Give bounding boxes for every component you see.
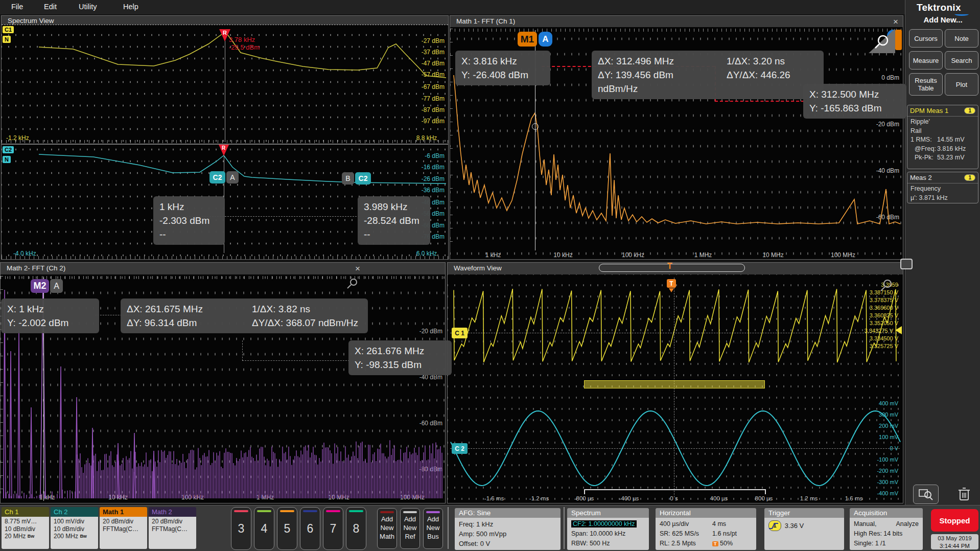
cursor-a-readout[interactable]: 1 kHz -2.303 dBm -- [153,196,225,245]
math2-label: Math 2 [149,507,196,517]
cursor-b-readout[interactable]: 3.989 kHz -28.524 dBm -- [358,196,430,245]
math1-settings-badge[interactable]: Math 1 20 dBm/divFFTMag(C… [100,507,147,549]
menu-help[interactable]: Help [123,3,138,11]
math1-cursor-a-handle[interactable]: A [539,32,552,47]
math1-delta-readout[interactable]: ΔX: 312.496 MHz1/ΔX: 3.20 ns ΔY: 139.456… [592,51,824,99]
ch1-label: Ch 1 [2,507,49,517]
add-new-ref-button[interactable]: AddNewRef [400,508,420,549]
dpm-row: Ripple' [911,118,975,127]
add-new-math-button[interactable]: AddNewMath [377,508,397,549]
math2-source-badge[interactable]: M2 [31,279,49,293]
cursor-b-badge[interactable]: B [342,172,354,185]
zoom-box-icon [918,488,934,501]
zoom-mode-button[interactable] [913,485,939,504]
math2-cursor-a-readout[interactable]: X: 1 kHz Y: -2.002 dBm [1,299,99,333]
ch1-level-arrow[interactable] [895,326,902,334]
stopped-button[interactable]: Stopped [931,509,978,532]
math1-badge-stack[interactable] [895,30,902,50]
afg-title: AFG: Sine [455,508,561,518]
acquisition-badge[interactable]: Acquisition Manual,Analyze High Res: 14 … [850,508,923,550]
math1-red-cursor-dash [715,101,804,102]
readout-dy: ΔY: 96.314 dBm [127,316,252,330]
bandwidth-icon: Bw [28,534,35,539]
dpm-row: Rail [911,127,975,136]
dpm-meas1-panel[interactable]: DPM Meas 1 1 Ripple' Rail 1 RMS:14.55 mV… [907,105,978,169]
ch2-label: Ch 2 [51,507,98,517]
cursor-a-channel-badge[interactable]: C2 [209,171,225,183]
spectrum-time-gate-bracket [584,489,766,494]
math1-cursor-a-readout[interactable]: X: 3.816 kHz Y: -26.408 dBm [455,51,550,85]
readout-invdx: 1/ΔX: 3.82 ns [252,304,310,314]
axis-label: -36 dBm [405,187,445,194]
readout-x: X: 312.500 MHz [809,87,900,101]
readout-slope: ΔY/ΔX: 368.07 ndBm/Hz [252,317,358,328]
readout-invdx: 1/ΔX: 3.20 ns [727,56,785,66]
dpm-meas1-title: DPM Meas 1 [910,107,948,114]
math2-settings-badge[interactable]: Math 2 20 dBm/divFFTMag(C… [149,507,196,549]
readout-y: Y: -2.002 dBm [7,316,93,330]
cursor-a-badge[interactable]: A [226,171,239,183]
afg-badge[interactable]: AFG: Sine Freq: 1 kHzAmp: 500 mVppOffset… [455,508,561,550]
reference-marker-label: R [222,145,225,151]
trigger-position-badge[interactable]: T [667,279,676,288]
bar-divider [564,507,565,549]
rising-edge-icon [768,522,779,530]
math2-delta-readout[interactable]: ΔX: 261.675 MHz1/ΔX: 3.82 ns ΔY: 96.314 … [121,299,368,333]
waveform-c1-badge[interactable]: C 1 [452,328,468,338]
channel-8-button[interactable]: 8 [346,507,366,550]
channel-5-button[interactable]: 5 [277,507,297,550]
math2-cursor-dash [242,340,243,361]
cursor-b-freq: 3.989 kHz [364,200,424,214]
meas2-panel[interactable]: Meas 2 1 Frequency µ': 3.871 kHz [907,172,978,203]
readout-dx: ΔX: 261.675 MHz [127,302,252,316]
channel-3-button[interactable]: 3 [231,507,251,550]
cursor-b-channel-badge[interactable]: C2 [355,172,371,185]
ch1-settings-badge[interactable]: Ch 1 8.775 mV…10 dBm/div20 MHz Bw [2,507,49,549]
spectrum-time-gate-band[interactable] [584,380,765,388]
math1-label: Math 1 [100,507,147,517]
cursor-b-ampl: -28.524 dBm [364,214,424,227]
axis-label: -16 dBm [405,164,445,171]
menu-utility[interactable]: Utility [79,3,97,11]
spectrum-badge[interactable]: Spectrum CF2: 1.00000000 kHz Span: 10.00… [567,508,649,550]
plot-button[interactable]: Plot [945,73,978,96]
time: 3:14:44 PM [931,542,978,550]
waveform-c2-badge[interactable]: C 2 [452,443,468,454]
trash-button[interactable] [953,485,975,503]
cf2-highlight[interactable]: CF2: 1.00000000 kHz [571,520,637,527]
splitter-handle[interactable] [900,259,913,269]
note-button[interactable]: Note [945,29,978,48]
marker-ampl-readout: -25.5 dBm [229,43,260,51]
channel-4-button[interactable]: 4 [254,507,274,550]
math2-cursor-b-readout[interactable]: X: 261.676 MHz Y: -98.315 dBm [348,340,452,375]
horizontal-badge[interactable]: Horizontal 400 µs/div4 ms SR: 625 MS/s1.… [656,508,756,550]
readout-x: X: 261.676 MHz [355,344,446,358]
trigger-level: 3.36 V [785,521,804,531]
ch2-settings-badge[interactable]: Ch 2 100 mV/div10 dBm/div200 MHz Bw [51,507,98,549]
math2-cursor-a-handle[interactable]: A [50,279,63,293]
readout-dy: ΔY: 139.456 dBm [598,68,727,82]
math1-close-icon[interactable]: × [893,17,898,27]
trash-icon [958,486,971,501]
channel-6-button[interactable]: 6 [300,507,320,550]
trigger-badge[interactable]: Trigger 1 3.36 V [764,508,844,550]
magnifier-icon[interactable] [879,278,894,292]
cursors-button[interactable]: Cursors [909,29,943,48]
math2-cursor-dash [242,360,349,361]
marker-freq-readout: 3.78 kHz [229,36,255,43]
trigger-slider-marker[interactable]: T [667,262,672,271]
math1-source-badge[interactable]: M1 [518,32,537,47]
readout-y: Y: -165.863 dBm [809,101,900,115]
tektronix-logo: Tektronix [917,2,961,13]
magnifier-icon[interactable] [345,277,361,290]
add-new-bus-button[interactable]: AddNewBus [423,508,443,549]
menu-edit[interactable]: Edit [44,3,57,11]
channel-7-button[interactable]: 7 [323,507,343,550]
search-button[interactable]: Search [945,51,978,70]
results-table-button[interactable]: Results Table [909,73,943,96]
magnifier-icon [872,32,892,52]
math1-cursor-b-readout[interactable]: X: 312.500 MHz Y: -165.863 dBm [803,84,906,119]
math2-close-icon[interactable]: × [355,264,360,274]
menu-file[interactable]: File [11,3,23,11]
measure-button[interactable]: Measure [909,51,943,70]
